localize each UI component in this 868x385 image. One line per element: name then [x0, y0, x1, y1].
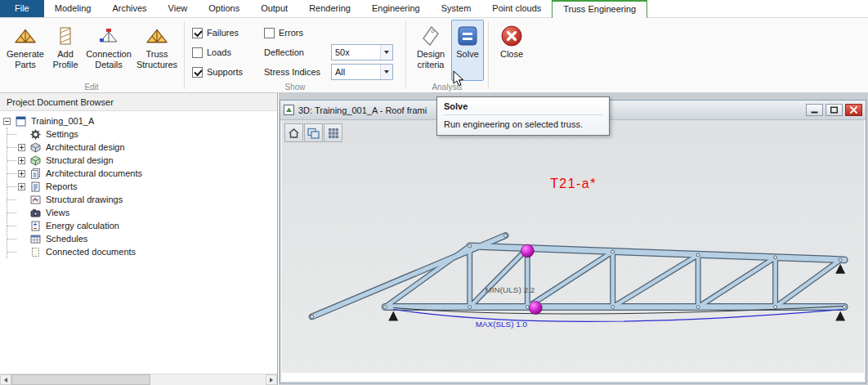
home-view-button[interactable] — [284, 123, 303, 142]
tree-item-architectural-design[interactable]: Architectural design — [0, 141, 277, 154]
report-icon — [29, 181, 42, 192]
menu-bar: File Modeling Archives View Options Outp… — [0, 0, 868, 18]
node-sphere-bottom — [529, 302, 542, 315]
ribbon-separator — [184, 21, 185, 89]
expand-expander-icon[interactable] — [18, 170, 25, 177]
tree-item-connected-documents[interactable]: Connected documents — [0, 245, 277, 258]
tree-item-architectural-documents[interactable]: Architectural documents — [0, 167, 277, 180]
viewport-body: MIN(ULS) 2.2 MAX(SLS) 1.0 T21-a* — [282, 120, 864, 381]
tree-item-views[interactable]: Views — [0, 206, 277, 219]
ribbon-group-analysis: Design criteria Solve Analysis — [407, 18, 487, 92]
scroll-right-arrow-icon[interactable] — [266, 374, 277, 385]
edit-group-label: Edit — [0, 83, 183, 92]
tab-output[interactable]: Output — [250, 0, 298, 17]
errors-label: Errors — [279, 28, 303, 38]
tab-modeling[interactable]: Modeling — [44, 0, 102, 17]
loads-label: Loads — [207, 47, 231, 57]
tab-point-clouds[interactable]: Point clouds — [481, 0, 552, 17]
checkbox-box — [264, 28, 275, 38]
tab-truss-engineering[interactable]: Truss Engineering — [552, 0, 647, 18]
layout-frames-button[interactable] — [304, 123, 323, 142]
ribbon-group-edit: Generate Parts Add Profile Connection De… — [0, 18, 183, 92]
truss-structures-button[interactable]: Truss Structures — [134, 20, 180, 81]
tag-icon — [421, 23, 441, 49]
tree-item-structural-design[interactable]: Structural design — [0, 154, 277, 167]
3d-canvas[interactable]: MIN(ULS) 2.2 MAX(SLS) 1.0 T21-a* — [282, 120, 864, 373]
gear-icon — [29, 128, 42, 140]
pages-icon — [29, 168, 42, 179]
generate-parts-button[interactable]: Generate Parts — [3, 20, 47, 81]
house-icon — [288, 128, 300, 139]
failures-checkbox[interactable]: Failures — [192, 28, 264, 38]
max-sls-label: MAX(SLS) 1.0 — [476, 320, 528, 329]
grid-view-button[interactable] — [324, 123, 342, 142]
collapse-expander-icon[interactable] — [3, 118, 11, 125]
expand-expander-icon[interactable] — [18, 157, 25, 164]
failures-label: Failures — [207, 28, 239, 38]
tab-system[interactable]: System — [431, 0, 482, 17]
mdi-background: 3D: Training_001_A - Roof frami — [279, 93, 868, 385]
chevron-down-icon — [380, 45, 392, 60]
add-profile-label: Add Profile — [48, 49, 83, 69]
tree-item-structural-drawings[interactable]: Structural drawings — [0, 193, 277, 206]
errors-checkbox[interactable]: Errors — [264, 28, 336, 38]
solve-tooltip: Solve Run engineering on selected truss. — [436, 96, 610, 136]
close-window-button[interactable] — [845, 104, 862, 116]
deflection-value: 50x — [332, 47, 380, 57]
truss-id-label: T21-a* — [550, 177, 597, 190]
truss-icon — [15, 23, 36, 49]
design-criteria-button[interactable]: Design criteria — [410, 20, 451, 81]
profile-icon — [57, 23, 74, 49]
minimize-button[interactable] — [806, 104, 823, 116]
supports-checkbox[interactable]: Supports — [192, 67, 264, 78]
solve-label: Solve — [456, 49, 479, 60]
loads-checkbox[interactable]: Loads — [192, 47, 264, 58]
stress-indices-value: All — [332, 67, 380, 77]
tab-rendering[interactable]: Rendering — [298, 0, 361, 17]
tree-item-reports[interactable]: Reports — [0, 180, 277, 193]
tree-item-label: Reports — [46, 181, 78, 191]
tab-options[interactable]: Options — [198, 0, 250, 17]
ribbon-separator — [488, 21, 489, 89]
truss-icon — [146, 23, 168, 49]
project-icon — [15, 115, 27, 127]
scroll-left-arrow-icon[interactable] — [0, 374, 11, 385]
solve-icon — [457, 23, 478, 49]
tree-item-energy-calculation[interactable]: Energy calculation — [0, 219, 277, 232]
expand-expander-icon[interactable] — [18, 183, 25, 190]
viewport-window: 3D: Training_001_A - Roof frami — [280, 100, 866, 383]
maximize-button[interactable] — [825, 104, 843, 116]
stress-indices-dropdown[interactable]: All — [331, 64, 393, 80]
deflection-dropdown[interactable]: 50x — [331, 44, 393, 60]
tree-item-label: Schedules — [46, 234, 87, 244]
tab-archives[interactable]: Archives — [101, 0, 157, 17]
tree-item-schedules[interactable]: Schedules — [0, 232, 277, 245]
tab-engineering[interactable]: Engineering — [361, 0, 431, 17]
truss-drawing: MIN(ULS) 2.2 MAX(SLS) 1.0 T21-a* — [282, 120, 864, 373]
cube-green-icon — [29, 154, 42, 166]
horizontal-scrollbar[interactable] — [0, 374, 277, 385]
tree-item-label: Architectural design — [46, 142, 125, 152]
tree-item-label: Energy calculation — [46, 221, 119, 231]
ribbon: Generate Parts Add Profile Connection De… — [0, 18, 868, 93]
checkbox-box — [192, 47, 203, 58]
analysis-group-label: Analysis — [407, 83, 487, 92]
cube-icon — [29, 141, 42, 153]
add-profile-button[interactable]: Add Profile — [47, 20, 83, 81]
tree-item-label: Views — [46, 208, 69, 217]
expand-expander-icon[interactable] — [18, 144, 25, 151]
tree-item-label: Settings — [46, 129, 78, 139]
tree-item-settings[interactable]: Settings — [0, 128, 277, 141]
scrollbar-track[interactable] — [150, 374, 266, 385]
tree-root-training-001-a[interactable]: Training_001_A — [0, 114, 277, 128]
connection-details-button[interactable]: Connection Details — [83, 20, 134, 81]
tab-view[interactable]: View — [158, 0, 199, 17]
scrollbar-thumb[interactable] — [11, 374, 150, 385]
mouse-cursor-icon — [453, 70, 465, 89]
tooltip-body: Run engineering on selected truss. — [444, 119, 602, 129]
tab-file[interactable]: File — [0, 0, 44, 17]
close-button[interactable]: Close — [493, 20, 530, 81]
show-group-label: Show — [186, 83, 405, 92]
checkbox-box — [192, 67, 203, 78]
tree-item-label: Connected documents — [46, 247, 136, 257]
